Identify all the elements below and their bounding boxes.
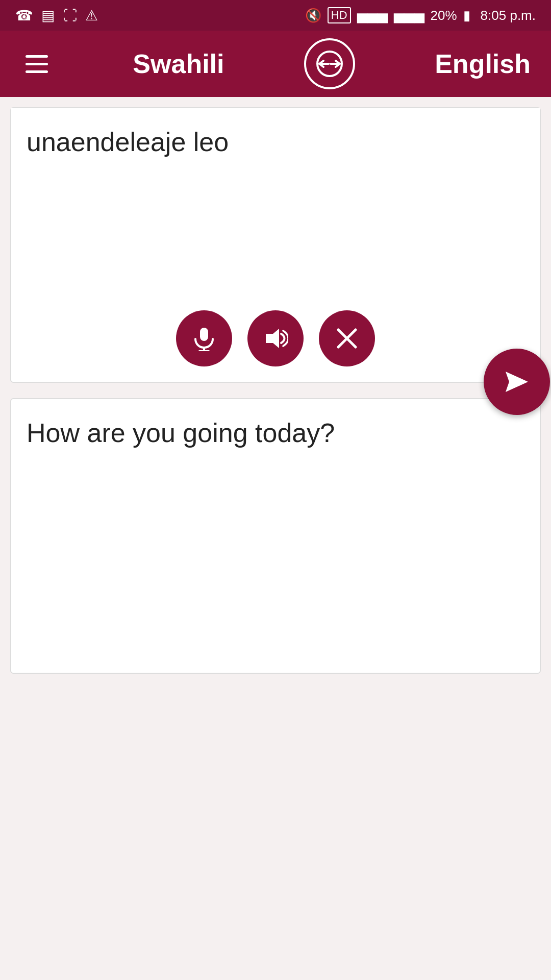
signal1-icon: ▅▅▅ [357,8,388,23]
source-text-input[interactable]: unaendeleaje leo [11,108,540,300]
hd-badge: HD [328,7,351,23]
clear-button[interactable] [319,310,375,366]
output-panel: How are you going today? [10,398,541,674]
status-right-icons: 🔇 HD ▅▅▅ ▅▅▅ 20% ▮ 8:05 p.m. [305,7,536,23]
status-left-icons: ☎ ▤ ⛶ ⚠ [15,7,98,24]
source-language[interactable]: Swahili [133,48,224,79]
image-icon: ⛶ [63,7,77,24]
svg-marker-3 [266,329,279,348]
battery-percentage: 20% [431,8,457,23]
target-language[interactable]: English [435,48,531,79]
input-panel: unaendeleaje leo [10,107,541,383]
signal2-icon: ▅▅▅ [394,8,424,23]
status-bar: ☎ ▤ ⛶ ⚠ 🔇 HD ▅▅▅ ▅▅▅ 20% ▮ 8:05 p.m. [0,0,551,31]
swap-languages-button[interactable] [304,38,355,89]
status-time: 8:05 p.m. [481,8,536,23]
sim-icon: ▤ [41,7,55,24]
microphone-button[interactable] [176,310,232,366]
send-button[interactable] [484,349,550,415]
toolbar: Swahili English [0,31,551,97]
svg-rect-0 [200,328,208,341]
svg-marker-6 [506,372,528,392]
main-content: unaendeleaje leo [0,97,551,980]
menu-button[interactable] [20,50,53,78]
battery-icon: ▮ [463,8,470,23]
whatsapp-icon: ☎ [15,7,33,24]
mute-icon: 🔇 [305,8,321,23]
input-actions [11,300,540,382]
translated-text: How are you going today? [11,399,540,673]
alert-icon: ⚠ [85,7,98,24]
speaker-button[interactable] [247,310,304,366]
